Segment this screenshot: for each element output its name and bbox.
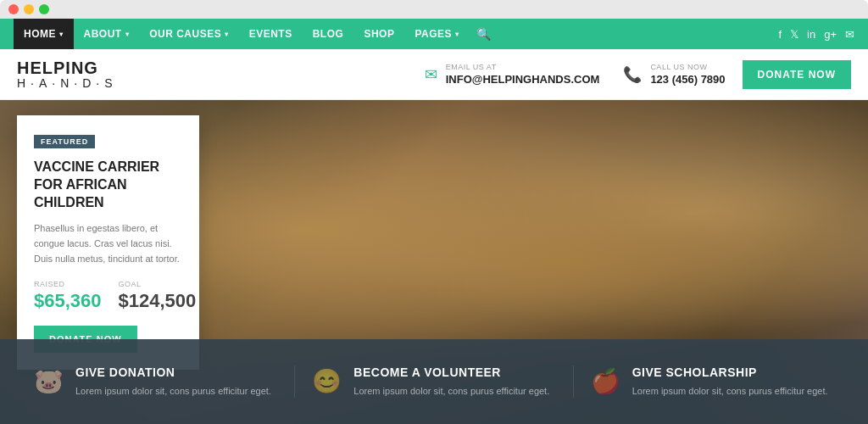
feature-donation: 🐷 GIVE DONATION Lorem ipsum dolor sit, c… — [17, 365, 295, 399]
feature-donation-content: GIVE DONATION Lorem ipsum dolor sit, con… — [75, 365, 271, 399]
nav-label-shop: SHOP — [364, 28, 394, 40]
nav-item-shop[interactable]: SHOP — [353, 19, 404, 49]
nav-item-about[interactable]: ABOUT ▾ — [74, 19, 140, 49]
bottom-features: 🐷 GIVE DONATION Lorem ipsum dolor sit, c… — [0, 365, 868, 399]
logo-helping: HELPING — [17, 59, 118, 77]
chevron-down-icon: ▾ — [125, 31, 130, 38]
contact-email-info: EMAIL US AT INFO@HELPINGHANDS.COM — [446, 63, 600, 86]
facebook-icon[interactable]: f — [778, 28, 782, 41]
email-value: INFO@HELPINGHANDS.COM — [446, 73, 600, 86]
feature-scholarship: 🍎 GIVE SCHOLARSHIP Lorem ipsum dolor sit… — [574, 365, 851, 399]
feature-donation-desc: Lorem ipsum dolor sit, cons purus effici… — [75, 384, 271, 399]
cause-title: VACCINE CARRIER FOR AFRICAN CHILDREN — [34, 159, 182, 211]
titlebar — [0, 0, 868, 19]
nav-item-causes[interactable]: OUR CAUSES ▾ — [139, 19, 239, 49]
header-contact: ✉ EMAIL US AT INFO@HELPINGHANDS.COM 📞 CA… — [425, 63, 726, 86]
cause-description: Phasellus in egestas libero, et congue l… — [34, 221, 182, 266]
minimize-button[interactable] — [24, 4, 34, 14]
email-icon[interactable]: ✉ — [845, 28, 854, 41]
cause-stats: RAISED $65,360 GOAL $124,500 — [34, 280, 182, 312]
feature-volunteer-content: BECOME A VOLUNTEER Lorem ipsum dolor sit… — [353, 365, 549, 399]
cause-card: FEATURED VACCINE CARRIER FOR AFRICAN CHI… — [17, 115, 199, 370]
raised-value: $65,360 — [34, 290, 102, 312]
bottom-features-overlay: 🐷 GIVE DONATION Lorem ipsum dolor sit, c… — [0, 339, 868, 424]
hero-section: FEATURED VACCINE CARRIER FOR AFRICAN CHI… — [0, 100, 868, 424]
feature-volunteer-title: BECOME A VOLUNTEER — [353, 365, 549, 379]
featured-badge: FEATURED — [34, 135, 95, 148]
apple-icon: 🍎 — [591, 367, 620, 395]
header-donate-button[interactable]: DONATE NOW — [743, 60, 851, 89]
close-button[interactable] — [8, 4, 19, 14]
feature-scholarship-title: GIVE SCHOLARSHIP — [632, 365, 828, 379]
nav-label-pages: PAGES — [415, 28, 452, 40]
maximize-button[interactable] — [39, 4, 49, 14]
top-nav: HOME ▾ ABOUT ▾ OUR CAUSES ▾ EVENTS BLOG … — [0, 19, 868, 49]
feature-volunteer: 😊 BECOME A VOLUNTEER Lorem ipsum dolor s… — [295, 365, 573, 399]
nav-item-blog[interactable]: BLOG — [303, 19, 354, 49]
feature-donation-title: GIVE DONATION — [75, 365, 271, 379]
nav-label-blog: BLOG — [313, 28, 344, 40]
goal-stat: GOAL $124,500 — [119, 280, 197, 312]
site-header: HELPING H·A·N·D·S ✉ EMAIL US AT INFO@HEL… — [0, 49, 868, 100]
phone-label: CALL US NOW — [650, 63, 725, 71]
phone-value: 123 (456) 7890 — [650, 73, 725, 86]
contact-phone: 📞 CALL US NOW 123 (456) 7890 — [623, 63, 725, 86]
feature-scholarship-content: GIVE SCHOLARSHIP Lorem ipsum dolor sit, … — [632, 365, 828, 399]
smiley-icon: 😊 — [312, 367, 342, 395]
phone-icon: 📞 — [623, 65, 642, 84]
nav-label-events: EVENTS — [249, 28, 292, 40]
raised-label: RAISED — [34, 280, 102, 288]
nav-label-home: HOME — [24, 28, 56, 40]
nav-items: HOME ▾ ABOUT ▾ OUR CAUSES ▾ EVENTS BLOG … — [14, 19, 778, 49]
nav-label-causes: OUR CAUSES — [149, 28, 221, 40]
feature-volunteer-desc: Lorem ipsum dolor sit, cons purus effici… — [353, 384, 549, 399]
logo-hands: H·A·N·D·S — [17, 77, 118, 90]
feature-scholarship-desc: Lorem ipsum dolor sit, cons purus effici… — [632, 384, 828, 399]
chevron-down-icon: ▾ — [225, 31, 229, 38]
googleplus-icon[interactable]: g+ — [824, 28, 837, 41]
envelope-icon: ✉ — [425, 65, 437, 84]
search-icon[interactable]: 🔍 — [470, 27, 498, 41]
nav-item-events[interactable]: EVENTS — [239, 19, 303, 49]
goal-value: $124,500 — [119, 290, 197, 312]
contact-phone-info: CALL US NOW 123 (456) 7890 — [650, 63, 725, 86]
contact-email: ✉ EMAIL US AT INFO@HELPINGHANDS.COM — [425, 63, 600, 86]
piggy-bank-icon: 🐷 — [34, 367, 64, 395]
nav-label-about: ABOUT — [84, 28, 122, 40]
chevron-down-icon: ▾ — [455, 31, 459, 38]
twitter-icon[interactable]: 𝕏 — [790, 28, 798, 41]
nav-item-home[interactable]: HOME ▾ — [14, 19, 74, 49]
nav-item-pages[interactable]: PAGES ▾ — [404, 19, 469, 49]
social-links: f 𝕏 in g+ ✉ — [778, 28, 854, 41]
raised-stat: RAISED $65,360 — [34, 280, 102, 312]
linkedin-icon[interactable]: in — [807, 28, 815, 41]
chevron-down-icon: ▾ — [59, 31, 64, 38]
email-label: EMAIL US AT — [446, 63, 600, 71]
site-logo: HELPING H·A·N·D·S — [17, 59, 118, 90]
goal-label: GOAL — [119, 280, 197, 288]
